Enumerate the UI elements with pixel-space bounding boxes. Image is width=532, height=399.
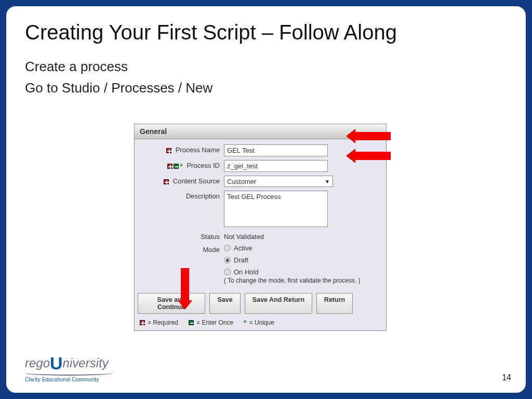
process-name-input[interactable]: GEL Test (224, 144, 328, 156)
save-and-continue-button[interactable]: Save and Continue (138, 293, 205, 314)
chevron-down-icon: ▼ (323, 179, 331, 184)
label-process-name: Process Name (176, 146, 220, 154)
button-bar: Save and Continue Save Save And Return R… (135, 291, 386, 317)
label-mode: Mode (203, 246, 220, 254)
page-number: 14 (502, 373, 511, 382)
arrow-annotation-icon (354, 152, 391, 160)
label-content-source: Content Source (173, 177, 220, 185)
row-description: Description Test GEL Process (141, 191, 380, 227)
required-icon (164, 179, 169, 184)
label-status: Status (201, 233, 220, 241)
mode-option-active[interactable]: Active (224, 244, 380, 252)
process-id-input[interactable]: z_gel_test (224, 160, 328, 172)
content-source-select[interactable]: Customer ▼ (224, 176, 333, 187)
arrow-annotation-icon (181, 268, 189, 300)
logo-niversity: niversity (63, 356, 109, 370)
description-textarea[interactable]: Test GEL Process (224, 191, 328, 227)
logo-tagline: Clarity Educational Community (25, 377, 113, 382)
mode-hint: ( To change the mode, first validate the… (224, 277, 380, 284)
slide: Creating Your First Script – Follow Alon… (6, 6, 526, 393)
radio-selected-icon (224, 257, 231, 263)
row-process-id: * Process ID z_gel_test (141, 160, 380, 172)
save-and-return-button[interactable]: Save And Return (245, 293, 312, 314)
row-content-source: Content Source Customer ▼ (141, 176, 380, 187)
legend-required: = Required (148, 319, 178, 326)
status-value: Not Validated (224, 231, 380, 241)
slide-title: Creating Your First Script – Follow Alon… (25, 21, 507, 44)
logo-u: U (50, 353, 63, 373)
legend-enter-once: = Enter Once (196, 319, 233, 326)
radio-icon (224, 245, 231, 251)
mode-on-hold-label: On Hold (234, 268, 259, 276)
enter-once-icon (189, 320, 194, 325)
rego-university-logo: regoUniversity Clarity Educational Commu… (25, 353, 113, 382)
mode-draft-label: Draft (234, 256, 248, 264)
unique-icon: * (180, 164, 182, 169)
required-icon (167, 164, 172, 169)
label-description: Description (186, 192, 220, 200)
label-process-id: Process ID (187, 162, 220, 169)
required-icon (166, 148, 171, 153)
select-value: Customer (227, 178, 256, 185)
unique-icon: * (244, 320, 246, 325)
body-line-2: Go to Studio / Processes / New (25, 80, 507, 96)
row-process-name: Process Name GEL Test (141, 144, 380, 156)
arrow-annotation-icon (354, 132, 391, 140)
legend-unique: = Unique (249, 319, 274, 326)
form-legend: = Required = Enter Once *= Unique (135, 317, 386, 330)
row-status: Status Not Validated (141, 231, 380, 241)
enter-once-icon (174, 164, 179, 169)
row-mode: Mode Active Draft On Hold ( To (141, 244, 380, 284)
body-line-1: Create a process (25, 59, 507, 75)
mode-option-draft[interactable]: Draft (224, 256, 380, 264)
mode-option-on-hold[interactable]: On Hold (224, 268, 380, 276)
mode-active-label: Active (234, 244, 252, 252)
logo-rego: rego (25, 356, 50, 370)
required-icon (140, 320, 145, 325)
save-button[interactable]: Save (209, 293, 241, 314)
radio-icon (224, 269, 231, 275)
return-button[interactable]: Return (316, 293, 353, 314)
